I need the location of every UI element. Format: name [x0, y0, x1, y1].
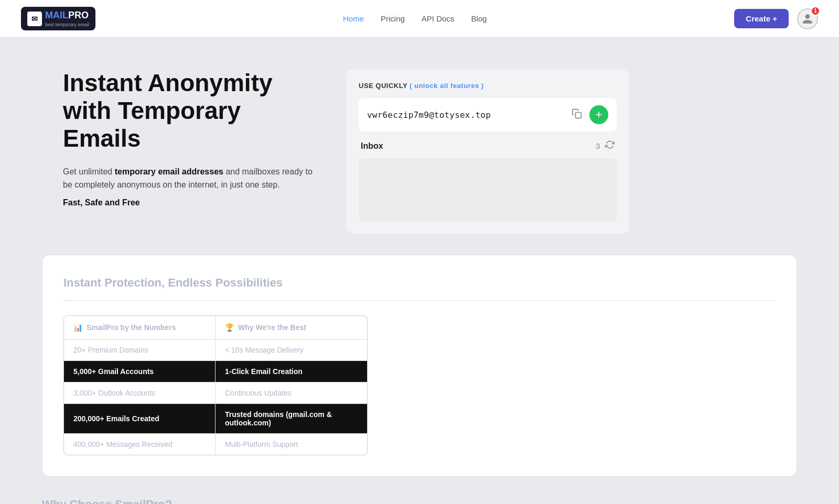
table-cell: Continuous Updates: [216, 382, 367, 404]
table-header-row: 📊 SmailPro by the Numbers 🏆 Why We're th…: [64, 316, 367, 339]
table-cell: 5,000+ Gmail Accounts: [64, 361, 216, 382]
inbox-label: Inbox: [361, 141, 383, 151]
copy-icon: [572, 108, 582, 119]
why-title: Why Choose SmailPro?: [42, 498, 797, 504]
table-cell: Multi-Platform Support: [216, 434, 367, 455]
table-cell: 20+ Premium Domains: [64, 339, 216, 361]
email-address: vwr6eczip7m9@totysex.top: [367, 110, 491, 120]
user-icon: [802, 13, 813, 25]
nav-blog[interactable]: Blog: [471, 14, 487, 23]
email-actions: +: [569, 105, 608, 124]
create-button[interactable]: Create +: [734, 9, 789, 28]
widget-header: USE QUICKLY ( unlock all features ): [359, 82, 617, 90]
inbox-controls: 3: [596, 140, 615, 152]
table-row: 3,000+ Outlook Accounts Continuous Updat…: [64, 382, 367, 404]
svg-rect-0: [576, 112, 582, 118]
inbox-header: Inbox 3: [359, 140, 617, 152]
features-title: Instant Protection, Endless Possibilitie…: [63, 276, 776, 290]
nav-home[interactable]: Home: [343, 14, 364, 23]
logo-icon: ✉: [27, 12, 42, 26]
nav: Home Pricing API Docs Blog: [343, 14, 487, 23]
hero-tagline: Fast, Safe and Free: [63, 198, 315, 207]
inbox-body: [359, 158, 617, 221]
table-row: 20+ Premium Domains < 10s Message Delive…: [64, 339, 367, 361]
table-row-highlighted: 200,000+ Emails Created Trusted domains …: [64, 404, 367, 434]
table-header-label-left: SmailPro by the Numbers: [87, 323, 176, 332]
hero-description: Get unlimited temporary email addresses …: [63, 165, 315, 192]
comparison-table: 📊 SmailPro by the Numbers 🏆 Why We're th…: [63, 315, 368, 455]
table-cell: < 10s Message Delivery: [216, 339, 367, 361]
table-cell: 3,000+ Outlook Accounts: [64, 382, 216, 404]
table-header-cell-right: 🏆 Why We're the Best: [216, 316, 367, 339]
nav-api-docs[interactable]: API Docs: [422, 14, 455, 23]
copy-button[interactable]: [569, 106, 584, 124]
table-cell: 400,000+ Messages Received: [64, 434, 216, 455]
logo-text: MAILPRO: [45, 10, 89, 21]
unlock-link[interactable]: ( unlock all features ): [410, 82, 484, 90]
header: ✉ MAILPRO best temporary email Home Pric…: [0, 0, 839, 38]
table-row: 400,000+ Messages Received Multi-Platfor…: [64, 434, 367, 455]
email-row: vwr6eczip7m9@totysex.top +: [359, 98, 617, 132]
logo[interactable]: ✉ MAILPRO best temporary email: [21, 7, 95, 30]
table-cell: 1-Click Email Creation: [216, 361, 367, 382]
avatar-container: 1: [797, 8, 818, 29]
table-header-label-right: Why We're the Best: [238, 323, 306, 332]
refresh-icon: [605, 140, 615, 149]
notification-badge: 1: [811, 6, 820, 16]
inbox-count: 3: [596, 141, 600, 150]
why-section: Why Choose SmailPro?: [42, 498, 797, 504]
table-cell: Trusted domains (gmail.com & outlook.com…: [216, 404, 367, 434]
hero-section: Instant Anonymity with Temporary Emails …: [63, 69, 315, 207]
table-header-icon-left: 📊: [73, 323, 82, 332]
add-email-button[interactable]: +: [589, 105, 608, 124]
table-header-cell-left: 📊 SmailPro by the Numbers: [64, 316, 216, 339]
hero-title: Instant Anonymity with Temporary Emails: [63, 69, 315, 152]
main-content: Instant Anonymity with Temporary Emails …: [0, 38, 839, 255]
use-quickly-label: USE QUICKLY: [359, 82, 407, 90]
table-header-icon-right: 🏆: [225, 323, 234, 332]
logo-subtitle: best temporary email: [45, 22, 89, 27]
features-section: Instant Protection, Endless Possibilitie…: [42, 255, 797, 477]
table-row-highlighted: 5,000+ Gmail Accounts 1-Click Email Crea…: [64, 361, 367, 382]
features-divider: [63, 300, 776, 301]
refresh-button[interactable]: [605, 140, 615, 152]
nav-pricing[interactable]: Pricing: [381, 14, 405, 23]
email-widget: USE QUICKLY ( unlock all features ) vwr6…: [346, 69, 629, 234]
header-right: Create + 1: [734, 8, 818, 29]
table-cell: 200,000+ Emails Created: [64, 404, 216, 434]
